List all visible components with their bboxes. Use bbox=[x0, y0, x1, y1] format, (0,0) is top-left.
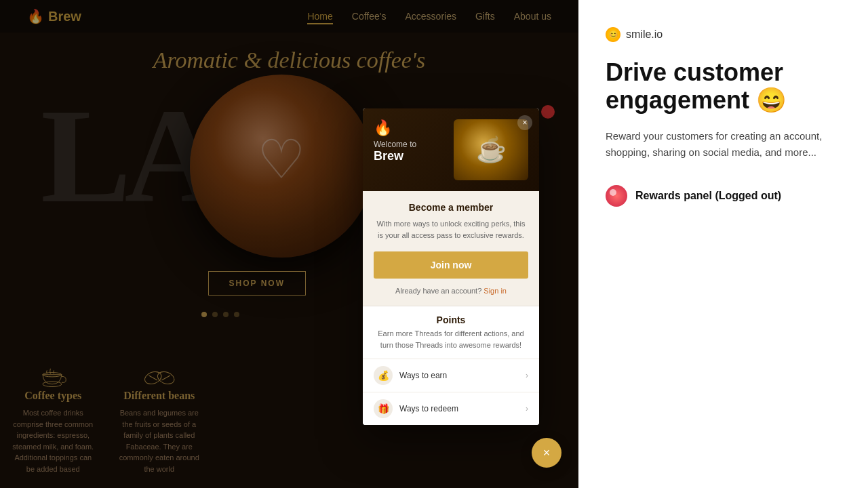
floating-close-button[interactable]: × bbox=[532, 438, 561, 468]
modal-become-member-title: Become a member bbox=[374, 202, 528, 213]
ways-to-redeem-icon: 🎁 bbox=[374, 399, 393, 418]
rewards-panel-label: Rewards panel (Logged out) bbox=[635, 190, 781, 202]
modal-points-title: Points bbox=[363, 306, 539, 328]
modal-body: Become a member With more ways to unlock… bbox=[363, 191, 539, 306]
modal-signin-area: Already have an account? Sign in bbox=[374, 287, 528, 295]
ways-to-redeem-row[interactable]: 🎁 Ways to redeem › bbox=[363, 392, 539, 425]
join-now-button[interactable]: Join now bbox=[374, 251, 528, 279]
smileio-brand: 😊 smile.io bbox=[606, 27, 841, 42]
modal-close-button[interactable]: × bbox=[517, 115, 532, 130]
modal-header: 🔥 Welcome to Brew × bbox=[363, 108, 539, 191]
smileio-panel: 😊 smile.io Drive customerengagement 😄 Re… bbox=[578, 0, 868, 488]
ways-to-earn-chevron: › bbox=[526, 371, 528, 380]
modal-logo-area: 🔥 Welcome to Brew bbox=[374, 119, 416, 163]
website-panel: 🔥 Brew Home Coffee's Accessories Gifts A… bbox=[0, 0, 578, 488]
ways-to-earn-icon: 💰 bbox=[374, 366, 393, 385]
ways-to-earn-label: Ways to earn bbox=[399, 371, 526, 380]
modal-coffee-image bbox=[454, 119, 528, 180]
modal-logo-icon: 🔥 bbox=[374, 119, 416, 137]
modal-brand-name: Brew bbox=[374, 149, 416, 163]
ways-to-earn-row[interactable]: 💰 Ways to earn › bbox=[363, 359, 539, 392]
ways-to-redeem-label: Ways to redeem bbox=[399, 404, 526, 413]
modal-welcome-text: Welcome to bbox=[374, 140, 416, 149]
modal-signin-text: Already have an account? bbox=[395, 287, 481, 295]
modal-description: With more ways to unlock exciting perks,… bbox=[374, 218, 528, 241]
smileio-description: Reward your customers for creating an ac… bbox=[606, 128, 841, 161]
smileio-headline: Drive customerengagement 😄 bbox=[606, 58, 841, 115]
smileio-headline-emoji: 😄 bbox=[756, 86, 787, 114]
rewards-panel-icon bbox=[606, 185, 627, 207]
loyalty-modal: 🔥 Welcome to Brew × Become a member With… bbox=[363, 108, 539, 425]
smileio-logo-icon: 😊 bbox=[606, 27, 620, 42]
modal-signin-link[interactable]: Sign in bbox=[484, 287, 507, 295]
rewards-panel-badge[interactable]: Rewards panel (Logged out) bbox=[606, 185, 841, 207]
smileio-brand-name: smile.io bbox=[626, 28, 663, 41]
ways-to-redeem-chevron: › bbox=[526, 404, 528, 413]
modal-points-desc: Earn more Threads for different actions,… bbox=[363, 328, 539, 359]
modal-points-section: Points Earn more Threads for different a… bbox=[363, 306, 539, 425]
